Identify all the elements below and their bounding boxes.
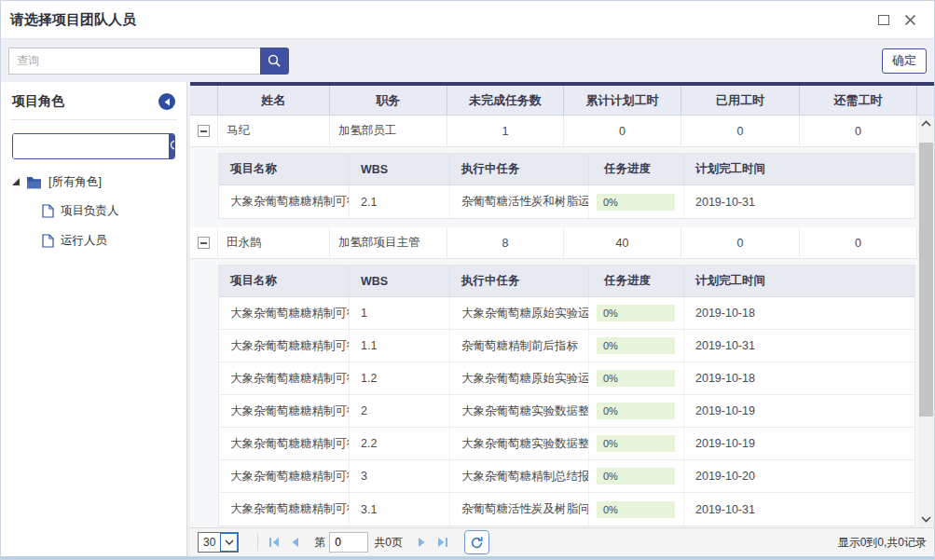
task-progress-cell: 0% (589, 493, 684, 526)
task-progress-badge: 0% (597, 370, 675, 387)
person-row[interactable]: 田永鹊加氢部项目主管84000 (190, 227, 918, 259)
col-needed-hours[interactable]: 还需工时 (800, 86, 917, 115)
sidebar-divider (10, 119, 177, 120)
next-page-button[interactable] (412, 532, 433, 553)
task-project: 大象杂葡萄糖糖精制可行性 (219, 297, 350, 329)
scroll-down-button[interactable] (918, 512, 934, 527)
person-row[interactable]: 马纪加氢部员工1000 (190, 116, 918, 147)
task-table: 项目名称WBS执行中任务任务进度计划完工时间大象杂葡萄糖糖精制可行性1大象杂葡萄… (218, 265, 915, 526)
col-job[interactable]: 职务 (330, 86, 447, 115)
sub-col-finish-date: 计划完工时间 (684, 266, 916, 296)
col-name[interactable]: 姓名 (218, 86, 330, 115)
task-finish-date: 2019-10-18 (684, 362, 916, 394)
task-progress-cell: 0% (589, 185, 684, 218)
scroll-up-button[interactable] (918, 116, 934, 131)
collapse-row-button[interactable] (198, 237, 210, 249)
tree-expand-icon[interactable] (12, 178, 20, 185)
refresh-button[interactable] (464, 530, 489, 554)
task-wbs: 2.2 (350, 428, 450, 459)
task-wbs: 1.2 (350, 362, 450, 394)
task-progress-badge: 0% (597, 501, 675, 518)
task-finish-date: 2019-10-18 (684, 297, 916, 329)
search-icon (169, 139, 175, 154)
tree-root-label: [所有角色] (48, 174, 102, 190)
sidebar: 项目角色 [所有角色] 项目负责人 (1, 82, 187, 556)
role-tree: [所有角色] 项目负责人 运行人员 (12, 174, 175, 249)
sidebar-search-input[interactable] (13, 134, 169, 158)
person-needed-hours: 0 (800, 227, 917, 258)
task-progress-badge: 0% (597, 468, 675, 485)
task-name: 大象杂葡萄糖原始实验运行 (450, 297, 589, 329)
window-title: 请选择项目团队人员 (10, 11, 136, 29)
task-row[interactable]: 大象杂葡萄糖糖精制可行性1.1杂葡萄糖精制前后指标0%2019-10-31 (219, 330, 914, 362)
task-row[interactable]: 大象杂葡萄糖糖精制可行性3大象杂葡萄糖精制总结报告0%2019-10-20 (219, 460, 914, 493)
confirm-button[interactable]: 确定 (882, 48, 927, 74)
sub-col-finish-date: 计划完工时间 (684, 154, 916, 184)
task-row[interactable]: 大象杂葡萄糖糖精制可行性2大象杂葡萄糖实验数据整理0%2019-10-19 (219, 395, 914, 428)
scrollbar-thumb[interactable] (919, 143, 933, 417)
close-button[interactable] (902, 12, 917, 27)
page-size-select[interactable]: 30 (198, 532, 239, 553)
file-icon (42, 234, 54, 248)
person-used-hours: 0 (681, 116, 800, 146)
task-finish-date: 2019-10-31 (684, 185, 916, 218)
search-input[interactable] (8, 48, 260, 75)
grid-scroll-area: 马纪加氢部员工1000项目名称WBS执行中任务任务进度计划完工时间大象杂葡萄糖糖… (190, 116, 934, 527)
sub-col-project: 项目名称 (219, 154, 350, 184)
grid-header: 姓名 职务 未完成任务数 累计计划工时 已用工时 还需工时 (190, 86, 934, 116)
maximize-icon (878, 15, 889, 25)
tree-node-role[interactable]: 运行人员 (42, 233, 175, 249)
person-needed-hours: 0 (800, 116, 917, 146)
vertical-scrollbar[interactable] (918, 116, 934, 527)
task-row[interactable]: 大象杂葡萄糖糖精制可行性2.2大象杂葡萄糖实验数据整理0%2019-10-19 (219, 428, 914, 460)
col-planned-hours[interactable]: 累计计划工时 (564, 86, 681, 115)
tree-node-role[interactable]: 项目负责人 (42, 203, 175, 219)
task-progress-badge: 0% (597, 435, 675, 452)
prev-page-button[interactable] (284, 532, 305, 553)
task-wbs: 3.1 (350, 493, 450, 526)
task-finish-date: 2019-10-19 (684, 428, 916, 459)
bottom-border (1, 556, 934, 559)
col-expander (190, 86, 218, 115)
task-project: 大象杂葡萄糖糖精制可行性 (219, 185, 350, 218)
search-icon (267, 53, 282, 69)
collapse-row-button[interactable] (198, 125, 210, 137)
tree-node-all-roles[interactable]: [所有角色] (12, 174, 175, 190)
task-finish-date: 2019-10-19 (684, 395, 916, 427)
search-button[interactable] (260, 48, 289, 75)
task-row[interactable]: 大象杂葡萄糖糖精制可行性3.1杂葡萄糖活性炭及树脂问题0%2019-10-31 (219, 493, 914, 526)
collapse-panel-button[interactable] (158, 93, 175, 110)
task-project: 大象杂葡萄糖糖精制可行性 (219, 428, 350, 459)
task-row[interactable]: 大象杂葡萄糖糖精制可行性1大象杂葡萄糖原始实验运行0%2019-10-18 (219, 297, 914, 330)
person-job: 加氢部员工 (330, 116, 447, 146)
col-unfinished-tasks[interactable]: 未完成任务数 (447, 86, 564, 115)
page-label: 第 (314, 535, 325, 551)
task-wbs: 1.1 (350, 330, 450, 362)
next-page-icon (418, 537, 427, 548)
col-used-hours[interactable]: 已用工时 (681, 86, 800, 115)
chevron-down-icon (225, 540, 234, 545)
task-row[interactable]: 大象杂葡萄糖糖精制可行性2.1杂葡萄糖活性炭和树脂运行0%2019-10-31 (219, 185, 914, 218)
pager-divider (257, 534, 258, 551)
scrollbar-track[interactable] (918, 131, 934, 512)
maximize-button[interactable] (876, 12, 891, 27)
task-progress-badge: 0% (597, 403, 675, 419)
task-progress-badge: 0% (597, 337, 675, 354)
task-name: 大象杂葡萄糖实验数据整理 (450, 395, 589, 427)
expander-cell (190, 116, 218, 146)
task-table-header: 项目名称WBS执行中任务任务进度计划完工时间 (219, 154, 914, 185)
last-page-button[interactable] (433, 532, 453, 553)
person-planned-hours: 40 (564, 227, 681, 258)
task-name: 杂葡萄糖活性炭及树脂问题 (450, 493, 589, 526)
sub-col-progress: 任务进度 (589, 266, 684, 296)
pagination-bar: 30 第 共0页 (190, 527, 934, 556)
task-project: 大象杂葡萄糖糖精制可行性 (219, 493, 350, 526)
task-row[interactable]: 大象杂葡萄糖糖精制可行性1.2大象杂葡萄糖原始实验运行0%2019-10-18 (219, 362, 914, 395)
page-number-input[interactable] (329, 532, 368, 553)
person-name: 田永鹊 (218, 227, 330, 258)
first-page-button[interactable] (264, 532, 284, 553)
sidebar-search-button[interactable] (169, 134, 175, 158)
task-table: 项目名称WBS执行中任务任务进度计划完工时间大象杂葡萄糖糖精制可行性2.1杂葡萄… (218, 153, 915, 219)
task-project: 大象杂葡萄糖糖精制可行性 (219, 362, 350, 394)
task-finish-date: 2019-10-20 (684, 460, 916, 492)
